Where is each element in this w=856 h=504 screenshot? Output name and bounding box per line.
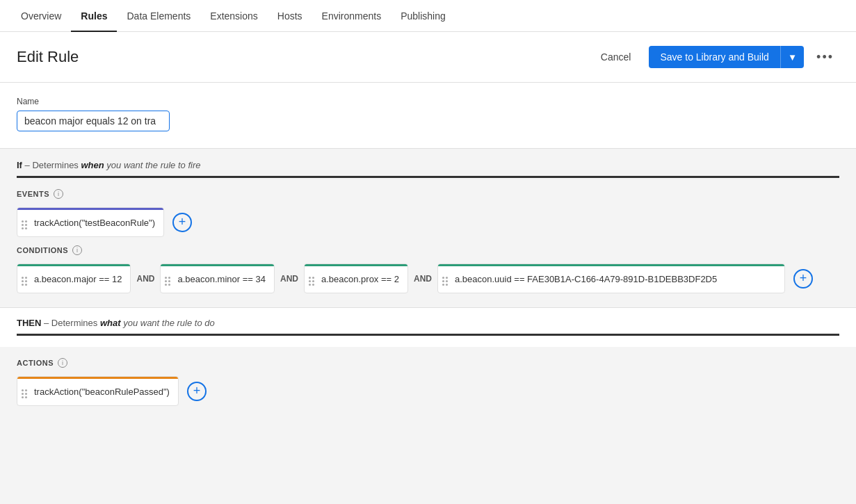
conditions-info-icon[interactable]: i [72,245,82,255]
add-condition-button[interactable]: + [793,269,813,288]
cancel-button[interactable]: Cancel [590,46,643,68]
drag-dots-icon-0 [22,277,27,286]
drag-dots-icon-action [22,389,27,398]
save-btn-group: Save to Library and Build ▼ [649,46,804,68]
add-icon: + [179,215,186,229]
condition-card-text-0: a.beacon.major == 12 [31,264,130,293]
condition-card-text-1: a.beacon.minor == 34 [175,264,273,293]
and-label-2: AND [414,274,432,284]
add-icon: + [800,271,807,286]
page-header: Edit Rule Cancel Save to Library and Bui… [0,32,856,83]
events-info-icon[interactable]: i [54,189,63,199]
add-event-button[interactable]: + [172,213,192,232]
condition-card-text-2: a.beacon.prox == 2 [318,264,407,293]
conditions-label-row: CONDITIONS i [17,245,839,255]
drag-dots-icon [22,220,27,229]
condition-card-bar-0 [17,264,130,266]
what-keyword: what [100,318,121,328]
then-keyword: THEN [17,318,41,328]
save-to-library-button[interactable]: Save to Library and Build [649,46,780,68]
condition-card-2[interactable]: a.beacon.prox == 2 [304,263,408,293]
and-label-0: AND [136,274,154,284]
rule-name-input[interactable] [17,111,170,131]
header-actions: Cancel Save to Library and Build ▼ ••• [590,46,839,68]
event-card-0[interactable]: trackAction("testBeaconRule") [17,207,164,237]
more-options-button[interactable]: ••• [811,47,839,67]
add-icon: + [193,384,201,398]
actions-label-row: ACTIONS i [17,358,839,368]
drag-dots-icon-3 [442,277,448,286]
drag-handle-1[interactable] [161,264,175,293]
actions-label: ACTIONS [17,359,54,367]
drag-handle-action[interactable] [17,377,31,405]
condition-card-0[interactable]: a.beacon.major == 12 [17,263,131,293]
condition-card-bar-1 [161,264,273,266]
if-divider [17,176,839,178]
drag-handle-2[interactable] [305,264,318,293]
then-header: THEN – Determines what you want the rule… [0,308,856,336]
more-icon: ••• [816,50,834,64]
page-title: Edit Rule [17,48,79,66]
condition-card-text-3: a.beacon.uuid == FAE30B1A-C166-4A79-891D… [452,264,725,293]
action-card-text-0: trackAction("beaconRulePassed") [31,377,178,405]
event-card-bar [17,208,163,210]
nav-item-publishing[interactable]: Publishing [391,1,455,32]
nav-item-hosts[interactable]: Hosts [268,1,312,32]
and-label-1: AND [280,274,298,284]
actions-cards-row: trackAction("beaconRulePassed") + [17,376,839,406]
drag-handle-3[interactable] [438,264,452,293]
actions-subsection: ACTIONS i trackAction("beaconRulePassed"… [0,347,856,420]
conditions-subsection: CONDITIONS i a.beacon.major == 12 AND [0,245,856,307]
condition-card-bar-3 [438,264,784,266]
action-card-bar-0 [17,377,178,379]
conditions-label: CONDITIONS [17,246,68,254]
name-section: Name [0,83,856,149]
event-card-text: trackAction("testBeaconRule") [31,208,163,236]
then-divider [17,334,839,336]
chevron-down-icon: ▼ [788,52,797,63]
events-label: EVENTS [17,190,49,198]
add-action-button[interactable]: + [187,382,207,401]
condition-card-1[interactable]: a.beacon.minor == 34 [160,263,274,293]
top-nav: Overview Rules Data Elements Extensions … [0,0,856,32]
when-keyword: when [81,160,104,170]
drag-handle-0[interactable] [17,264,31,293]
save-dropdown-button[interactable]: ▼ [780,46,804,68]
if-section-header: If – Determines when you want the rule t… [0,149,856,245]
nav-item-rules[interactable]: Rules [71,1,117,32]
nav-item-environments[interactable]: Environments [312,1,391,32]
then-description: THEN – Determines what you want the rule… [17,318,839,328]
nav-item-data-elements[interactable]: Data Elements [117,1,200,32]
condition-card-bar-2 [305,264,407,266]
then-section: THEN – Determines what you want the rule… [0,307,856,420]
conditions-cards-row: a.beacon.major == 12 AND a.beacon.minor … [17,263,839,293]
nav-item-overview[interactable]: Overview [11,1,71,32]
drag-dots-icon-1 [165,277,170,286]
events-cards-row: trackAction("testBeaconRule") + [17,207,839,237]
name-label: Name [17,97,839,106]
if-description: If – Determines when you want the rule t… [17,160,839,170]
drag-handle[interactable] [17,208,31,236]
if-keyword: If [17,160,22,170]
events-label-row: EVENTS i [17,189,839,199]
actions-info-icon[interactable]: i [58,358,67,368]
drag-dots-icon-2 [309,277,314,286]
action-card-0[interactable]: trackAction("beaconRulePassed") [17,376,179,406]
condition-card-3[interactable]: a.beacon.uuid == FAE30B1A-C166-4A79-891D… [437,263,785,293]
main-content: Name If – Determines when you want the r… [0,83,856,420]
nav-item-extensions[interactable]: Extensions [200,1,267,32]
